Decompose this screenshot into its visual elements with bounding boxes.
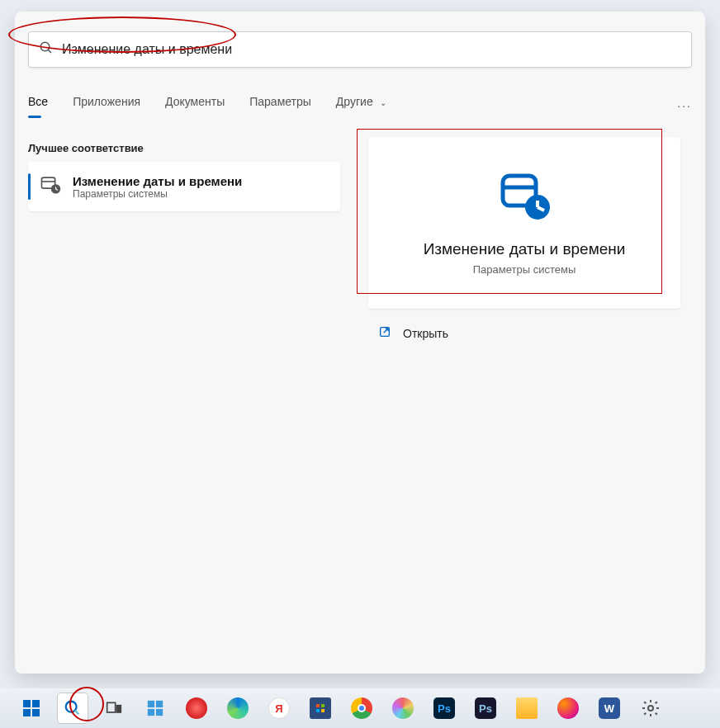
chevron-down-icon: ⌄ [380, 98, 386, 107]
svg-rect-15 [23, 709, 31, 716]
open-external-icon [378, 325, 391, 341]
svg-rect-22 [156, 701, 163, 707]
photoshop-icon[interactable]: Ps [429, 693, 459, 723]
detail-subtitle: Параметры системы [473, 263, 576, 276]
tab-all[interactable]: Все [28, 95, 48, 116]
filter-tabs: Все Приложения Документы Параметры Други… [28, 89, 692, 122]
svg-line-18 [75, 711, 79, 715]
result-title: Изменение даты и времени [73, 174, 242, 188]
edge-icon[interactable] [223, 693, 253, 723]
svg-rect-20 [116, 706, 121, 712]
svg-rect-24 [156, 709, 163, 716]
tab-parameters[interactable]: Параметры [249, 95, 311, 116]
svg-point-29 [648, 706, 653, 711]
task-view-button[interactable] [99, 693, 129, 723]
date-time-settings-icon [40, 174, 61, 199]
svg-rect-14 [32, 700, 40, 707]
result-item-date-time[interactable]: Изменение даты и времени Параметры систе… [28, 162, 340, 211]
taskbar: Я Ps Ps W [0, 688, 720, 728]
paint-icon[interactable] [388, 693, 418, 723]
detail-card: Изменение даты и времени Параметры систе… [368, 137, 680, 309]
tab-apps[interactable]: Приложения [73, 95, 140, 116]
search-bar[interactable] [28, 31, 692, 68]
svg-rect-25 [316, 704, 320, 707]
search-icon [39, 40, 54, 59]
svg-rect-26 [321, 704, 324, 707]
svg-rect-13 [23, 700, 31, 707]
open-label: Открыть [403, 327, 448, 340]
result-subtitle: Параметры системы [73, 188, 242, 200]
tab-documents[interactable]: Документы [165, 95, 225, 116]
start-button[interactable] [17, 693, 46, 723]
section-best-match: Лучшее соответствие [28, 142, 144, 154]
svg-rect-28 [321, 709, 324, 712]
firefox-icon[interactable] [553, 693, 583, 723]
open-button[interactable]: Открыть [378, 325, 448, 341]
tab-other[interactable]: Другие ⌄ [336, 95, 386, 116]
svg-rect-27 [316, 709, 320, 712]
settings-icon[interactable] [636, 693, 666, 723]
search-taskbar-button[interactable] [58, 693, 88, 723]
svg-point-17 [66, 702, 77, 712]
more-options-button[interactable]: ··· [677, 99, 692, 112]
date-time-settings-icon [498, 171, 551, 227]
svg-rect-16 [32, 709, 40, 716]
search-input[interactable] [62, 42, 681, 57]
svg-rect-19 [107, 702, 116, 712]
widgets-button[interactable] [140, 693, 170, 723]
detail-title: Изменение даты и времени [424, 240, 626, 258]
search-panel: Все Приложения Документы Параметры Други… [15, 12, 705, 674]
svg-line-1 [48, 50, 51, 53]
svg-rect-21 [148, 701, 154, 707]
svg-rect-23 [148, 709, 154, 716]
microsoft-store-icon[interactable] [306, 693, 335, 723]
svg-point-0 [40, 42, 50, 51]
file-explorer-icon[interactable] [512, 693, 542, 723]
photoshop-alt-icon[interactable]: Ps [471, 693, 500, 723]
yandex-icon[interactable]: Я [264, 693, 294, 723]
opera-icon[interactable] [182, 693, 211, 723]
chrome-icon[interactable] [347, 693, 377, 723]
word-icon[interactable]: W [594, 693, 624, 723]
